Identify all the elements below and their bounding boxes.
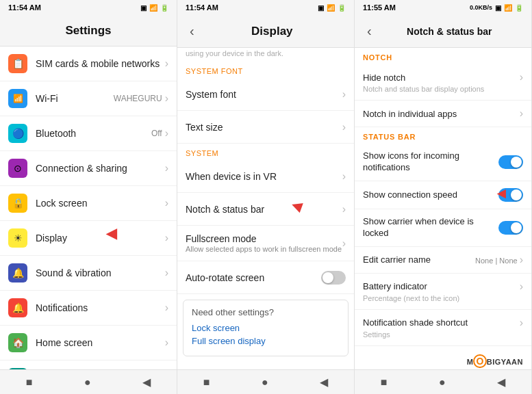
display-item-vr[interactable]: When device is in VR › [177,160,354,193]
sim-item-icon: 📋 [8,54,27,73]
notch-nav-circle[interactable]: ● [439,376,446,389]
display-section-font: SYSTEM FONT [177,62,354,78]
settings-item-sound[interactable]: 🔔 Sound & vibration › [0,256,177,291]
display-item-autorotate[interactable]: Auto-rotate screen [177,261,354,294]
notch-label: Notch & status bar [186,204,342,215]
notch-battery-icon: 🔋 [515,4,523,12]
watermark: MOBIGYAAN [467,356,523,367]
sim-label: SIM cards & mobile networks [36,58,165,69]
settings-item-notifications[interactable]: 🔔 Notifications › [0,291,177,326]
notifications-item-icon: 🔔 [8,298,27,317]
display-back-button[interactable]: ‹ [186,22,199,40]
notchapps-label: Notch in individual apps [363,109,457,119]
showcarrier-toggle[interactable] [498,221,523,235]
showspeed-toggle[interactable] [498,188,523,202]
notch-item-notchapps[interactable]: Notch in individual apps › [355,101,531,127]
showicons-toggle[interactable] [498,155,523,169]
notch-item-showcarrier[interactable]: Show carrier when device is locked [355,209,531,247]
notch-sim-icon: ▣ [495,4,501,12]
showcarrier-label: Show carrier when device is locked [363,216,486,239]
notch-item-showspeed[interactable]: Show connection speed ◀ [355,181,531,209]
settings-list: 📋 SIM cards & mobile networks › 📶 Wi-Fi … [0,47,177,369]
homescreen-label: Home screen [36,337,165,348]
battery-icon: 🔋 [160,4,168,12]
bluetooth-value: Off [151,129,162,138]
notch-item-hidenotch[interactable]: Hide notch › Notch and status bar displa… [355,64,531,101]
notch-item-showicons[interactable]: Show icons for incoming notifications [355,144,531,181]
display-status-icons: ▣ 📶 🔋 [318,4,346,12]
wifi-value: WAHEGURU [114,94,162,103]
display-item-icon: ☀ [8,228,27,248]
settings-item-lockscreen[interactable]: 🔒 Lock screen › [0,186,177,221]
sound-label: Sound & vibration [36,267,165,278]
display-item-systemfont[interactable]: System font › [177,78,354,111]
settings-item-connection[interactable]: ⊙ Connection & sharing › [0,151,177,186]
notifications-chevron: › [165,302,168,314]
nav-square[interactable]: ■ [26,376,33,389]
notch-nav-square[interactable]: ■ [381,376,388,389]
display-nav-back[interactable]: ◀ [320,376,328,389]
notch-item-battery[interactable]: Battery indicator › Percentage (next to … [355,274,531,310]
notch-nav-back[interactable]: ◀ [497,376,505,389]
fullscreen-sublabel: Allow selected apps to work in fullscree… [186,245,342,253]
connection-item-icon: ⊙ [8,159,27,178]
hidenotch-sub: Notch and status bar display options [363,85,523,93]
notch-chevron: › [342,203,346,215]
display-sim-icon: ▣ [318,4,324,12]
lockscreen-item-icon: 🔒 [8,194,27,213]
fullscreen-chevron: › [342,237,346,250]
notch-content: NOTCH Hide notch › Notch and status bar … [355,48,531,369]
notch-item-notifshortcut[interactable]: Notification shade shortcut › Settings [355,310,531,346]
display-label: Display [36,233,165,244]
bluetooth-right: Off › [151,127,168,140]
notch-time: 11:55 AM [363,3,396,12]
display-section-system: SYSTEM [177,144,354,160]
display-battery-icon: 🔋 [338,4,346,12]
other-settings-fullscreen[interactable]: Full screen display [192,336,340,346]
notifshortcut-chevron: › [520,317,523,329]
settings-item-wallpaper[interactable]: 🖼 Wallpaper › [0,360,177,369]
settings-item-display[interactable]: ☀ Display › ◀ [0,221,177,256]
notch-nav-bar: ■ ● ◀ [355,369,531,394]
settings-item-bluetooth[interactable]: 🔵 Bluetooth Off › [0,116,177,151]
systemfont-chevron: › [342,88,346,101]
nav-circle[interactable]: ● [84,376,91,389]
connection-chevron: › [165,162,168,174]
editcarrier-value: None | None › [475,254,523,266]
settings-panel: 11:54 AM ▣ 📶 🔋 Settings 📋 SIM cards & mo… [0,0,177,394]
display-item-notch[interactable]: Notch & status bar › ◀ [177,193,354,226]
notch-panel: 11:55 AM 0.0KB/s ▣ 📶 🔋 ‹ Notch & status … [355,0,532,394]
homescreen-chevron: › [165,337,168,349]
display-item-textsize[interactable]: Text size › [177,111,354,144]
lockscreen-chevron: › [165,197,168,209]
notifications-label: Notifications [36,302,165,313]
autorotate-toggle[interactable] [321,271,346,285]
display-wifi-icon: 📶 [327,4,335,12]
other-settings-box: Need other settings? Lock screen Full sc… [183,300,349,356]
display-title: Display [199,25,346,38]
nav-back[interactable]: ◀ [142,376,151,389]
display-chevron: › [165,232,168,244]
battery-ind-sub: Percentage (next to the icon) [363,294,523,302]
statusbar-section-label: STATUS BAR [355,127,531,144]
display-nav-circle[interactable]: ● [262,376,268,389]
display-nav-square[interactable]: ■ [203,376,210,389]
settings-item-wifi[interactable]: 📶 Wi-Fi WAHEGURU › [0,81,177,116]
wifi-item-icon: 📶 [8,89,27,108]
vr-label: When device is in VR [186,171,342,182]
settings-item-homescreen[interactable]: 🏠 Home screen › [0,326,177,360]
homescreen-item-icon: 🏠 [8,333,27,352]
settings-header: Settings [0,15,177,47]
notch-wifi-icon: 📶 [504,4,512,12]
notifshortcut-label: Notification shade shortcut [363,317,468,328]
notch-back-button[interactable]: ‹ [363,22,376,40]
notch-item-editcarrier[interactable]: Edit carrier name None | None › [355,247,531,274]
settings-item-sim[interactable]: 📋 SIM cards & mobile networks › [0,47,177,81]
hidenotch-chevron: › [520,71,523,83]
connection-label: Connection & sharing [36,163,165,174]
display-item-fullscreen[interactable]: Fullscreen mode Allow selected apps to w… [177,226,354,261]
battery-ind-label: Battery indicator [363,281,427,291]
lockscreen-label: Lock screen [36,198,165,209]
settings-status-bar: 11:54 AM ▣ 📶 🔋 [0,0,177,15]
other-settings-lockscreen[interactable]: Lock screen [192,323,340,333]
